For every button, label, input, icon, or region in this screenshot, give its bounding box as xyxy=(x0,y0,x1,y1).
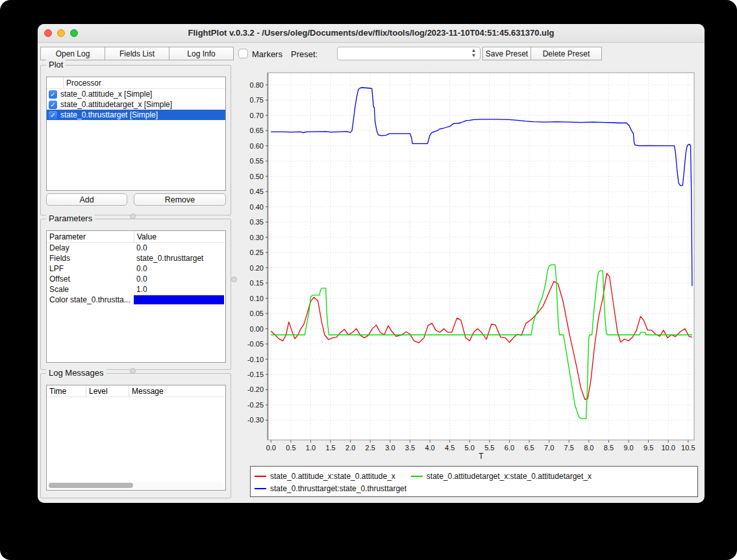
save-preset-button[interactable]: Save Preset xyxy=(482,47,531,60)
svg-text:6.5: 6.5 xyxy=(524,444,534,452)
legend-item: state_0.attitudetarget_x:state_0.attitud… xyxy=(411,470,592,482)
svg-text:-0.10: -0.10 xyxy=(247,356,264,363)
svg-text:2.0: 2.0 xyxy=(345,444,355,452)
svg-text:-0.30: -0.30 xyxy=(247,416,264,424)
preset-label: Preset: xyxy=(291,49,318,59)
processor-row[interactable]: ✓state_0.attitudetarget_x [Simple] xyxy=(47,99,225,110)
svg-text:9.5: 9.5 xyxy=(643,444,653,452)
level-column-header: Level xyxy=(86,385,129,396)
svg-text:8.0: 8.0 xyxy=(584,444,593,452)
legend-line-sample xyxy=(255,476,266,477)
row-checkbox[interactable]: ✓ xyxy=(49,101,57,109)
log-messages-table[interactable]: Time Level Message xyxy=(46,385,226,491)
log-info-button[interactable]: Log Info xyxy=(169,47,234,60)
svg-text:0.55: 0.55 xyxy=(250,157,264,165)
svg-text:4.0: 4.0 xyxy=(425,444,434,452)
svg-text:0.5: 0.5 xyxy=(286,444,295,452)
window-title: FlightPlot v.0.3.2 - /Users/oleg/Documen… xyxy=(38,28,705,38)
legend-line-sample xyxy=(255,488,266,489)
svg-text:0.40: 0.40 xyxy=(250,203,264,211)
svg-text:1.5: 1.5 xyxy=(325,444,335,452)
svg-text:0.0: 0.0 xyxy=(266,444,276,452)
svg-text:0.15: 0.15 xyxy=(250,279,264,287)
parameter-value: 0.0 xyxy=(134,274,225,284)
svg-text:-0.05: -0.05 xyxy=(247,340,264,348)
svg-text:0.80: 0.80 xyxy=(250,81,264,89)
svg-text:0.70: 0.70 xyxy=(250,112,264,119)
processor-row[interactable]: ✓state_0.attitude_x [Simple] xyxy=(47,89,225,99)
svg-text:8.5: 8.5 xyxy=(604,444,614,452)
row-checkbox[interactable]: ✓ xyxy=(49,90,57,99)
processor-row[interactable]: ✓state_0.thrusttarget [Simple] xyxy=(47,110,225,120)
svg-text:6.0: 6.0 xyxy=(505,444,514,452)
svg-text:-0.25: -0.25 xyxy=(247,401,264,409)
svg-text:0.75: 0.75 xyxy=(250,96,264,104)
parameter-name: Scale xyxy=(47,285,134,294)
processor-row-label: state_0.attitudetarget_x [Simple] xyxy=(60,100,172,109)
svg-text:3.5: 3.5 xyxy=(405,444,415,452)
parameter-value: 0.0 xyxy=(134,243,225,252)
svg-text:0.35: 0.35 xyxy=(250,218,264,226)
combo-stepper-icon[interactable]: ▲▼ xyxy=(469,48,478,59)
svg-text:5.5: 5.5 xyxy=(484,444,494,452)
svg-text:0.05: 0.05 xyxy=(250,310,264,317)
parameters-table[interactable]: Parameter Value Delay0.0Fieldsstate_0.th… xyxy=(46,230,226,363)
parameters-table-header: Parameter Value xyxy=(47,231,225,243)
svg-text:7.0: 7.0 xyxy=(544,444,554,452)
parameter-row[interactable]: LPF0.0 xyxy=(47,263,225,274)
parameters-panel-title: Parameters xyxy=(46,213,95,223)
svg-text:-0.20: -0.20 xyxy=(247,385,264,393)
parameter-name: LPF xyxy=(47,264,134,273)
legend-item: state_0.thrusttarget:state_0.thrusttarge… xyxy=(255,482,406,494)
svg-text:1.0: 1.0 xyxy=(306,444,316,452)
parameter-row[interactable]: Scale1.0 xyxy=(47,284,225,295)
color-swatch[interactable] xyxy=(134,295,224,304)
parameter-row[interactable]: Fieldsstate_0.thrusttarget xyxy=(47,253,225,263)
open-log-button[interactable]: Open Log xyxy=(40,47,105,60)
parameters-rows: Delay0.0Fieldsstate_0.thrusttargetLPF0.0… xyxy=(47,243,225,305)
markers-checkbox[interactable] xyxy=(238,49,248,58)
svg-text:0.25: 0.25 xyxy=(250,249,264,256)
preset-combobox[interactable]: ▲▼ xyxy=(337,47,481,60)
parameter-row[interactable]: Delay0.0 xyxy=(47,243,225,253)
log-messages-table-header: Time Level Message xyxy=(47,385,225,397)
plot-panel: Plot Processor ✓state_0.attitude_x [Simp… xyxy=(40,65,231,215)
legend-line-sample xyxy=(411,476,423,477)
flightplot-window: FlightPlot v.0.3.2 - /Users/oleg/Documen… xyxy=(38,24,705,503)
row-checkbox[interactable]: ✓ xyxy=(49,111,57,119)
y-axis-labels: 0.800.750.700.650.600.550.500.450.400.35… xyxy=(247,81,264,424)
markers-label: Markers xyxy=(252,49,282,59)
parameter-column-header: Parameter xyxy=(47,231,134,242)
svg-text:4.5: 4.5 xyxy=(445,444,455,452)
parameter-row[interactable]: Offset0.0 xyxy=(47,274,225,284)
svg-text:0.50: 0.50 xyxy=(250,173,264,180)
svg-text:0.10: 0.10 xyxy=(250,295,264,302)
plot-panel-title: Plot xyxy=(46,60,66,69)
svg-text:10.0: 10.0 xyxy=(662,444,675,452)
horizontal-scrollbar[interactable] xyxy=(48,482,224,489)
parameter-value: 1.0 xyxy=(134,285,225,294)
svg-text:0.00: 0.00 xyxy=(250,325,264,333)
horizontal-scrollbar-thumb[interactable] xyxy=(49,483,133,488)
parameter-value: 0.0 xyxy=(134,264,225,273)
x-axis-title: T xyxy=(479,452,484,461)
parameter-name: Delay xyxy=(47,243,134,252)
add-button[interactable]: Add xyxy=(46,193,127,206)
legend-label: state_0.attitudetarget_x:state_0.attitud… xyxy=(427,472,592,481)
x-axis-labels: 0.00.51.01.52.02.53.03.54.04.55.05.56.06… xyxy=(266,444,695,452)
legend-label: state_0.thrusttarget:state_0.thrusttarge… xyxy=(270,484,406,493)
fields-list-button[interactable]: Fields List xyxy=(105,47,169,60)
svg-text:5.0: 5.0 xyxy=(465,444,475,452)
svg-text:0.20: 0.20 xyxy=(250,264,264,272)
legend-label: state_0.attitude_x:state_0.attitude_x xyxy=(270,472,395,481)
processor-list[interactable]: Processor ✓state_0.attitude_x [Simple]✓s… xyxy=(46,77,226,191)
title-bar[interactable]: FlightPlot v.0.3.2 - /Users/oleg/Documen… xyxy=(38,24,705,43)
processor-column-header: Processor xyxy=(63,77,101,88)
remove-button[interactable]: Remove xyxy=(134,193,226,206)
svg-text:-0.15: -0.15 xyxy=(247,371,264,378)
parameter-row[interactable]: Color state_0.thrustta... xyxy=(47,295,225,305)
svg-text:7.5: 7.5 xyxy=(564,444,574,452)
delete-preset-button[interactable]: Delete Preset xyxy=(531,47,602,60)
flight-chart[interactable]: 0.00.51.01.52.02.53.03.54.04.55.05.56.06… xyxy=(232,62,701,464)
svg-text:0.45: 0.45 xyxy=(250,188,264,195)
